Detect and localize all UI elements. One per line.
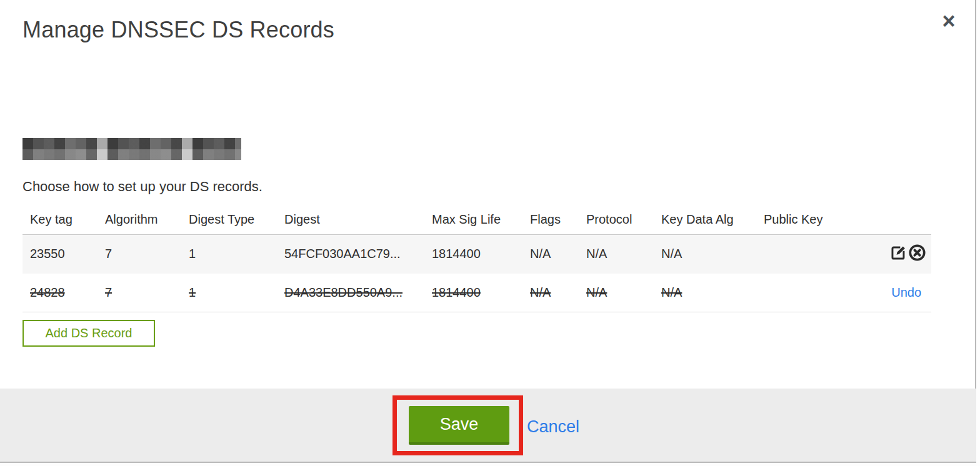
table-row: 23550 7 1 54FCF030AA1C79... 1814400 N/A … [22,235,931,274]
cell-actions [844,235,931,274]
cell-flags: N/A [522,274,579,312]
cell-key-tag: 23550 [22,235,98,274]
cell-max-sig-life: 1814400 [424,274,522,312]
delete-icon[interactable] [908,244,926,262]
col-header-public-key: Public Key [756,206,844,235]
screenshot-frame: Manage DNSSEC DS Records × Choose how to… [0,0,980,466]
col-header-max-sig-life: Max Sig Life [424,206,522,235]
row-action-icons [890,244,926,262]
table-header-row: Key tag Algorithm Digest Type Digest Max… [22,206,931,235]
col-header-digest-type: Digest Type [181,206,277,235]
manage-dnssec-modal: Manage DNSSEC DS Records × Choose how to… [0,0,976,463]
col-header-algorithm: Algorithm [98,206,181,235]
col-header-digest: Digest [277,206,424,235]
edit-icon[interactable] [890,244,907,261]
cell-key-data-alg: N/A [654,235,756,274]
cell-key-tag: 24828 [22,274,98,312]
col-header-protocol: Protocol [579,206,654,235]
table-row: 24828 7 1 D4A33E8DD550A9... 1814400 N/A … [22,274,931,312]
add-ds-record-button[interactable]: Add DS Record [22,320,155,347]
cell-algorithm: 7 [98,274,181,312]
close-icon[interactable]: × [936,9,961,34]
cell-algorithm: 7 [98,235,181,274]
cell-digest: D4A33E8DD550A9... [277,274,424,312]
page-title: Manage DNSSEC DS Records [22,17,334,43]
cell-digest-type: 1 [181,274,277,312]
cell-max-sig-life: 1814400 [424,235,522,274]
col-header-key-data-alg: Key Data Alg [654,206,756,235]
col-header-actions [844,206,931,235]
cancel-link[interactable]: Cancel [527,417,579,437]
cell-key-data-alg: N/A [654,274,756,312]
ds-records-table: Key tag Algorithm Digest Type Digest Max… [22,206,931,312]
cell-digest-type: 1 [181,235,277,274]
save-button[interactable]: Save [409,406,509,445]
instruction-text: Choose how to set up your DS records. [22,179,262,195]
cell-digest: 54FCF030AA1C79... [277,235,424,274]
undo-link[interactable]: Undo [891,285,926,299]
cell-public-key [756,235,844,274]
cell-public-key [756,274,844,312]
col-header-flags: Flags [522,206,579,235]
cell-protocol: N/A [579,274,654,312]
cell-actions: Undo [844,274,931,312]
cell-protocol: N/A [579,235,654,274]
redacted-domain-name [22,138,241,160]
col-header-key-tag: Key tag [22,206,98,235]
cell-flags: N/A [522,235,579,274]
